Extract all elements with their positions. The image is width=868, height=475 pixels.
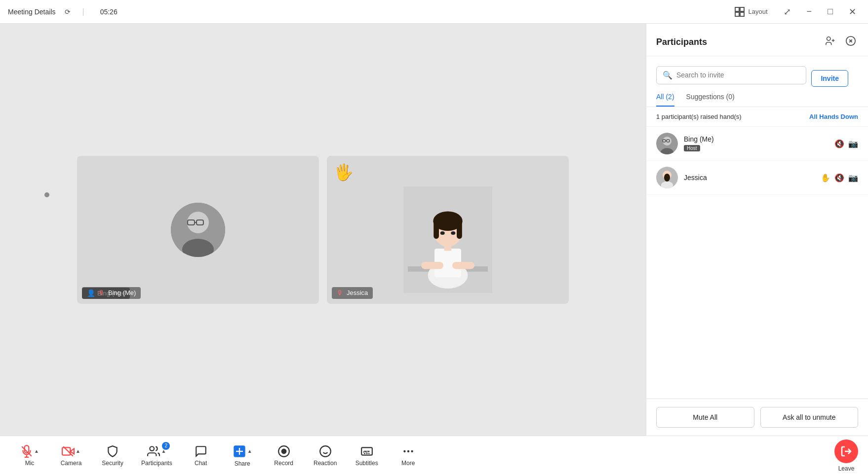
participant-item-bing: Bing (Me) Host 🔇 📷 xyxy=(646,127,868,161)
svg-point-23 xyxy=(443,240,452,249)
participants-badge: 2 xyxy=(162,442,170,450)
svg-rect-3 xyxy=(740,12,744,16)
panel-footer: Mute All Ask all to unmute xyxy=(646,399,868,436)
svg-rect-20 xyxy=(457,221,462,239)
svg-point-58 xyxy=(407,450,409,452)
svg-point-51 xyxy=(281,449,286,453)
meeting-timer: 05:26 xyxy=(100,8,118,16)
bing-user-icon: 👤 xyxy=(87,289,95,297)
svg-point-59 xyxy=(411,450,413,452)
chat-label: Chat xyxy=(195,460,207,467)
mic-label: Mic xyxy=(25,460,35,467)
jessica-raise-hand: 🖐️ xyxy=(334,163,354,182)
bing-p-info: Bing (Me) Host xyxy=(684,135,829,152)
search-invite-row: 🔍 Invite xyxy=(646,56,868,87)
bing-list-avatar xyxy=(656,133,678,154)
video-tile-jessica: 🖐️ xyxy=(327,156,569,304)
bing-p-icons: 🔇 📷 xyxy=(834,139,858,148)
tabs-row: All (2) Suggestions (0) xyxy=(646,87,868,107)
share-arrow[interactable]: ▲ xyxy=(247,448,252,454)
video-area: 🎙️ Bing (Me) 👤 🎙 Bing (Me) 🖐️ xyxy=(0,24,646,436)
reaction-label: Reaction xyxy=(314,460,337,467)
jessica-raised-hand-icon: ✋ xyxy=(821,173,830,183)
tab-all[interactable]: All (2) xyxy=(656,93,674,107)
participant-list: Bing (Me) Host 🔇 📷 xyxy=(646,127,868,399)
toolbar-leave[interactable]: Leave xyxy=(834,439,858,472)
search-icon: 🔍 xyxy=(663,71,672,80)
restore-button[interactable]: □ xyxy=(824,4,837,19)
tab-suggestions[interactable]: Suggestions (0) xyxy=(686,93,735,107)
svg-rect-14 xyxy=(421,262,443,269)
meeting-title: Meeting Details xyxy=(8,8,56,16)
svg-point-5 xyxy=(187,212,209,233)
ask-to-unmute-button[interactable]: Ask all to unmute xyxy=(760,407,859,428)
toolbar-camera[interactable]: ▲ Camera xyxy=(51,441,91,471)
fullscreen-button[interactable]: ⤢ xyxy=(780,4,795,19)
main-content: 🎙️ Bing (Me) 👤 🎙 Bing (Me) 🖐️ xyxy=(0,24,868,436)
toolbar-security[interactable]: Security xyxy=(93,441,132,471)
subtitles-label: Subtitles xyxy=(355,460,378,467)
raised-hands-bar: 1 participant(s) raised hand(s) All Hand… xyxy=(646,107,868,127)
layout-button[interactable]: Layout xyxy=(730,4,772,20)
jessica-mic-muted-icon: 🔇 xyxy=(834,173,844,183)
toolbar-record[interactable]: Record xyxy=(264,441,304,471)
svg-point-57 xyxy=(403,450,405,452)
layout-label: Layout xyxy=(749,8,768,15)
jessica-p-info: Jessica xyxy=(684,174,815,182)
toolbar-share[interactable]: ▲ Share xyxy=(223,440,262,471)
participants-panel: Participants 🔍 Invite xyxy=(646,24,868,436)
svg-rect-1 xyxy=(740,7,744,11)
svg-point-46 xyxy=(150,446,155,451)
camera-arrow[interactable]: ▲ xyxy=(76,448,80,454)
add-participant-icon[interactable] xyxy=(823,34,837,51)
svg-rect-19 xyxy=(434,221,439,239)
svg-text:CC: CC xyxy=(363,450,368,454)
svg-point-31 xyxy=(663,137,671,146)
leave-button[interactable] xyxy=(834,439,858,463)
svg-point-52 xyxy=(320,446,331,457)
jessica-mic-off-icon: 🎙 xyxy=(337,289,344,297)
jessica-list-avatar xyxy=(656,167,678,188)
bing-avatar xyxy=(171,203,225,257)
more-label: More xyxy=(401,460,415,467)
toolbar-participants[interactable]: 2 ▲ Participants xyxy=(134,441,179,471)
close-panel-button[interactable] xyxy=(843,34,858,51)
bing-host-badge: Host xyxy=(684,145,700,151)
jessica-video xyxy=(403,156,492,304)
leave-label: Leave xyxy=(838,465,855,472)
jessica-video-label: 🎙 Jessica xyxy=(332,287,373,299)
toolbar-more[interactable]: More xyxy=(389,441,428,471)
invite-button[interactable]: Invite xyxy=(811,70,848,87)
svg-point-38 xyxy=(664,174,670,182)
bing-video-off-icon: 📷 xyxy=(848,139,858,148)
mute-all-button[interactable]: Mute All xyxy=(656,407,754,428)
svg-point-21 xyxy=(440,231,445,234)
search-input[interactable] xyxy=(676,71,800,79)
svg-rect-2 xyxy=(735,12,739,16)
share-icon-btn[interactable]: ⟳ xyxy=(61,6,75,18)
jessica-p-icons: ✋ 🔇 📷 xyxy=(821,173,858,183)
svg-rect-0 xyxy=(735,7,739,11)
jessica-p-name: Jessica xyxy=(684,174,815,182)
mic-arrow[interactable]: ▲ xyxy=(34,448,39,454)
bing-p-name: Bing (Me) xyxy=(684,135,829,143)
security-label: Security xyxy=(102,460,123,467)
toolbar-mic[interactable]: ▲ Mic xyxy=(10,441,49,471)
panel-title: Participants xyxy=(656,37,823,47)
svg-rect-15 xyxy=(452,262,474,269)
panel-header: Participants xyxy=(646,24,868,56)
minimize-button[interactable]: − xyxy=(803,4,816,19)
share-label: Share xyxy=(235,460,250,467)
bing-mic-off-icon: 🎙 xyxy=(98,289,105,297)
bing-video-label: 👤 🎙 Bing (Me) xyxy=(82,287,141,299)
participants-label: Participants xyxy=(141,460,172,467)
toolbar-chat[interactable]: Chat xyxy=(181,441,221,471)
participant-item-jessica: Jessica ✋ 🔇 📷 xyxy=(646,161,868,195)
svg-point-24 xyxy=(827,37,830,40)
all-hands-down-button[interactable]: All Hands Down xyxy=(809,113,858,120)
jessica-video-off-icon: 📷 xyxy=(848,173,858,183)
close-button[interactable]: ✕ xyxy=(845,4,860,19)
svg-point-22 xyxy=(451,231,455,234)
toolbar-subtitles[interactable]: CC Subtitles xyxy=(347,441,387,471)
toolbar-reaction[interactable]: Reaction xyxy=(306,441,345,471)
